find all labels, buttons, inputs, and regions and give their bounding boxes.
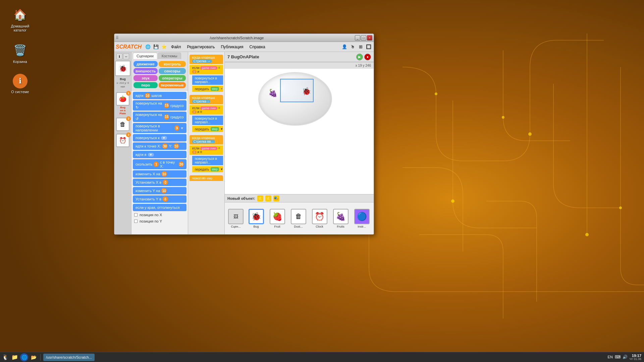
new-sprite-file-btn[interactable]: ⭐: [265, 195, 271, 201]
menu-publish[interactable]: Публикация: [218, 44, 246, 50]
script-turn-1[interactable]: повернуться в направл...: [192, 75, 223, 85]
menu-edit[interactable]: Редактировать: [184, 44, 218, 50]
direction-label: нап: [120, 85, 125, 88]
cat-operators[interactable]: операторы: [159, 75, 186, 81]
taskbar-scratch-app[interactable]: /usr/share/scratch/Scratch...: [43, 354, 95, 361]
maximize-button[interactable]: □: [361, 35, 366, 41]
home-icon-label: Домашний каталог: [7, 24, 34, 32]
menu-file[interactable]: Файл: [168, 44, 184, 50]
bug-sprite-label: Bug: [253, 225, 259, 228]
block-set-y[interactable]: Установить Y в 0: [133, 195, 186, 203]
sprite-panel-item-2: 🗑 3: [116, 118, 129, 131]
script-turn-3[interactable]: повернуться в направл...: [192, 156, 223, 165]
taskbar-folder-icon[interactable]: 📂: [30, 353, 38, 361]
script-if-1[interactable]: если game over = 0 и: [190, 65, 223, 74]
minimize-button[interactable]: _: [355, 35, 360, 41]
new-sprite-camera-btn[interactable]: 🎭: [273, 195, 279, 201]
scene-label: Сцен...: [231, 225, 240, 228]
tab-costumes[interactable]: Костюмы: [158, 53, 181, 59]
cat-motion[interactable]: движение: [133, 61, 158, 67]
menu-help[interactable]: Справка: [247, 44, 268, 50]
script-if-3[interactable]: если game over = 0 и п: [190, 145, 223, 155]
script-event-4[interactable]: нажатию step: [190, 175, 223, 181]
sprite-item-dust[interactable]: 🗑 Dust...: [289, 209, 308, 228]
cat-control[interactable]: контроль: [159, 61, 186, 67]
border-icon[interactable]: 🔲: [365, 43, 372, 51]
desktop-icon-home[interactable]: 🏠 Домашний каталог: [7, 7, 34, 32]
script-turn-2[interactable]: повернуться в направл...: [192, 116, 223, 125]
block-change-x[interactable]: изменить X на 10: [133, 170, 186, 178]
taskbar-system-icon[interactable]: 🐧: [1, 353, 9, 361]
block-turn-right[interactable]: повернуться на ↻ 15 градусо: [133, 100, 186, 111]
script-event-3[interactable]: когда клавиша Стрелкa вв...: [190, 135, 223, 144]
desktop-icon-about[interactable]: ℹ О системе: [7, 74, 34, 94]
block-set-x[interactable]: Установить X в 0: [133, 179, 186, 186]
script-if-2[interactable]: если game over = 0 и п: [190, 105, 223, 115]
tab-scenarios[interactable]: Сценарии: [133, 53, 157, 59]
stage-sprite-bug[interactable]: 🐞: [302, 87, 311, 96]
sprite-item-instr[interactable]: 🔵 Instr...: [353, 209, 371, 228]
menu-bar: SCRATCH 🌐 💾 ⭐ Файл Редактировать Публика…: [114, 42, 374, 52]
cat-sound[interactable]: звук: [133, 75, 158, 81]
taskbar-browser-icon[interactable]: 🌐: [20, 353, 28, 361]
taskbar-locale: EN: [608, 355, 613, 359]
script-broadcast-3[interactable]: передать step ▼: [192, 166, 223, 172]
taskbar-separator: [40, 354, 41, 361]
about-icon-label: О системе: [11, 90, 29, 94]
script-broadcast-2[interactable]: передать step ▼: [192, 126, 223, 132]
stage-sprite-fruit[interactable]: 🍇: [268, 89, 277, 98]
desktop-icon-trash[interactable]: 🗑️ Корзина: [7, 42, 34, 64]
cursor-icon[interactable]: 🖱: [349, 43, 356, 51]
sprite-item-bug[interactable]: 🐞 Bug: [247, 209, 265, 228]
block-x-position[interactable]: позиция по X: [133, 212, 186, 218]
svg-point-2: [528, 132, 532, 136]
close-button[interactable]: ×: [367, 35, 372, 41]
script-event-2[interactable]: когда клавиша Стрелкa ↓: [190, 95, 223, 104]
taskbar-keyboard-icon[interactable]: ⌨: [615, 355, 621, 359]
instr-sprite-label: Instr...: [358, 225, 366, 228]
dust-sprite-label: Dust...: [294, 225, 303, 228]
save-icon[interactable]: 💾: [152, 43, 160, 51]
new-sprite-paint-btn[interactable]: ⭐: [257, 195, 263, 201]
sprite-item-fruit[interactable]: 🍓 Fruit: [268, 209, 286, 228]
block-y-position[interactable]: позиция по Y: [133, 219, 186, 224]
block-bounce[interactable]: если у края, оттолкнуться: [133, 204, 186, 211]
block-move[interactable]: идти 10 шагов: [133, 92, 186, 99]
svg-point-4: [435, 93, 437, 95]
block-turn-left[interactable]: повернуться на ↺ 15 градусо: [133, 112, 186, 122]
stage-canvas[interactable]: 🍇 🐞 x 19 y 246: [225, 62, 374, 194]
fruit-sprite-icon: 🍓: [270, 209, 285, 224]
stage-controls: ▶ ●: [356, 54, 371, 60]
taskbar-volume-icon[interactable]: 🔊: [623, 355, 628, 359]
sprite-resize-btn[interactable]: ↔: [123, 53, 129, 59]
sprite-info-btn[interactable]: ℹ: [116, 53, 122, 59]
sprite-item-fruits[interactable]: 🍇 Fruits: [331, 209, 350, 228]
cat-looks[interactable]: внешность: [133, 68, 158, 74]
script-event-1[interactable]: когда клавиша Стрелкa →: [190, 55, 223, 64]
stop-button[interactable]: ●: [364, 54, 371, 60]
cat-variables[interactable]: переменные: [159, 82, 186, 88]
block-goto[interactable]: идти в ▼: [133, 151, 186, 158]
sprite-list-panel: Новый объект: ⭐ ⭐ 🎭 🖼 Сцен... 🐞 Bug: [225, 194, 374, 234]
fullscreen-icon[interactable]: ⊞: [357, 43, 364, 51]
block-point-direction[interactable]: повернуться в направлении 9 ▼: [133, 123, 186, 133]
block-glide[interactable]: скользить 1 с в точку X: 30: [133, 159, 186, 169]
block-point-towards[interactable]: повернуться к ▼: [133, 134, 186, 141]
block-goto-xy[interactable]: идти к точке X: 30 Y: 10: [133, 142, 186, 150]
cat-sensing[interactable]: сенсоры: [159, 68, 186, 74]
cat-pen[interactable]: перо: [133, 82, 158, 88]
current-sprite-coords: x: 210 y: 0: [117, 81, 129, 84]
green-flag-button[interactable]: ▶: [356, 54, 363, 60]
blocks-panel: Сценарии Костюмы движение контроль внешн…: [131, 52, 188, 234]
profile-icon[interactable]: 👤: [341, 43, 348, 51]
block-change-y[interactable]: изменить Y на 10: [133, 187, 186, 194]
script-broadcast-1[interactable]: передать step ▼: [192, 86, 223, 92]
taskbar-time: 19:17: [632, 354, 641, 358]
taskbar-files-icon[interactable]: 📁: [11, 353, 19, 361]
globe-icon[interactable]: 🌐: [144, 43, 152, 51]
sprite-item-scene[interactable]: 🖼 Сцен...: [227, 209, 244, 228]
sprite-item-clock[interactable]: ⏰ Clock: [310, 209, 329, 228]
star-icon[interactable]: ⭐: [160, 43, 168, 51]
stage-title: 7 BugOnAPlate: [227, 54, 259, 59]
current-sprite-thumb[interactable]: 🐞: [115, 61, 130, 76]
